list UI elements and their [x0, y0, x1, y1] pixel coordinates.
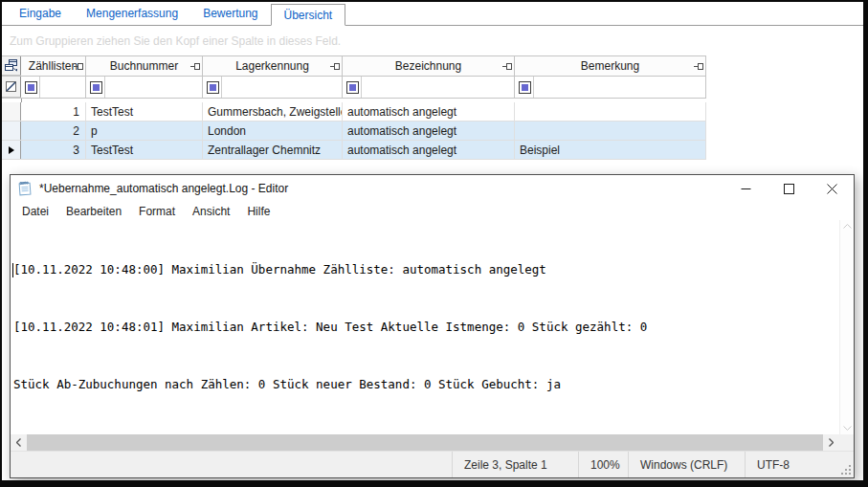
- log-line: [10.11.2022 10:48:01] Maximilian Artikel…: [13, 432, 839, 434]
- data-grid: Zähllisten Buchnummer Lagerkennung: [2, 55, 706, 160]
- filter-condition-icon: [349, 84, 356, 91]
- scroll-down-icon[interactable]: [843, 426, 852, 431]
- cell-lagerkennung: Gummersbach, Zweigstelle: [203, 102, 343, 121]
- clear-filter-icon: [5, 80, 17, 93]
- filter-box-wrap: [21, 77, 40, 98]
- scrollbar-corner: [839, 434, 854, 451]
- filter-condition-icon: [210, 84, 216, 91]
- table-row-selected[interactable]: 3 TestTest Zentrallager Chemnitz automat…: [2, 141, 706, 160]
- filter-cell-lagerkennung[interactable]: [203, 77, 343, 98]
- pin-icon[interactable]: [502, 62, 512, 71]
- filter-cell-zaehllisten[interactable]: [21, 77, 86, 98]
- column-header-bemerkung[interactable]: Bemerkung: [515, 56, 706, 76]
- filter-condition-button[interactable]: [90, 81, 102, 94]
- menu-datei[interactable]: Datei: [13, 205, 57, 218]
- filter-cell-buchnummer[interactable]: [86, 77, 203, 98]
- filter-condition-icon: [28, 84, 34, 91]
- column-header-label: Zähllisten: [29, 59, 78, 73]
- menu-bearbeiten[interactable]: Bearbeiten: [57, 205, 130, 218]
- row-indicator-cell: [2, 102, 21, 121]
- cell-bezeichnung: automatisch angelegt: [343, 141, 515, 159]
- close-icon: [827, 184, 837, 194]
- log-line: [10.11.2022 10:48:01] Maximilian Artikel…: [13, 318, 839, 337]
- group-by-button[interactable]: [2, 56, 21, 76]
- resize-grip[interactable]: [839, 463, 852, 476]
- cell-zaehllisten: 1: [21, 102, 86, 121]
- scroll-right-button[interactable]: [823, 434, 839, 451]
- cell-zaehllisten: 2: [21, 122, 86, 140]
- window-controls: [724, 175, 854, 202]
- notepad-titlebar[interactable]: *Uebernahme_automatisch angelegt.Log - E…: [11, 175, 854, 202]
- cell-lagerkennung: Zentrallager Chemnitz: [203, 141, 343, 159]
- tab-bar: Eingabe Mengenerfassung Bewertung Übersi…: [2, 2, 863, 26]
- current-row-arrow-icon: [9, 146, 14, 154]
- table-row[interactable]: 2 p London automatisch angelegt: [2, 122, 706, 141]
- group-by-hint-text: Zum Gruppieren ziehen Sie den Kopf einer…: [10, 34, 341, 48]
- cell-lagerkennung: London: [203, 122, 343, 140]
- column-header-label: Bezeichnung: [395, 59, 461, 73]
- tab-eingabe[interactable]: Eingabe: [7, 2, 74, 25]
- menu-ansicht[interactable]: Ansicht: [184, 205, 238, 218]
- cell-bezeichnung: automatisch angelegt: [343, 102, 515, 121]
- filter-box-wrap: [343, 77, 362, 98]
- menu-hilfe[interactable]: Hilfe: [238, 205, 278, 218]
- filter-condition-icon: [522, 84, 528, 91]
- column-header-bezeichnung[interactable]: Bezeichnung: [343, 56, 515, 76]
- minimize-button[interactable]: [724, 175, 768, 202]
- filter-cell-bezeichnung[interactable]: [343, 77, 515, 98]
- filter-box-wrap: [86, 77, 105, 98]
- pin-icon[interactable]: [694, 62, 703, 71]
- notepad-icon: [17, 180, 33, 196]
- text-caret: [12, 263, 13, 277]
- row-indicator-cell: [2, 141, 21, 159]
- table-row[interactable]: 1 TestTest Gummersbach, Zweigstelle auto…: [2, 102, 706, 122]
- status-encoding: UTF-8: [745, 452, 854, 477]
- cell-buchnummer: TestTest: [86, 102, 203, 121]
- log-text: [10.11.2022 10:48:00] Maximilian Übernah…: [11, 220, 839, 434]
- tab-bewertung[interactable]: Bewertung: [190, 2, 270, 25]
- close-button[interactable]: [811, 175, 854, 202]
- tab-label: Eingabe: [19, 7, 61, 20]
- notepad-statusbar: Zeile 3, Spalte 1 100% Windows (CRLF) UT…: [11, 451, 854, 477]
- filter-condition-button[interactable]: [519, 81, 531, 94]
- column-header-zaehllisten[interactable]: Zähllisten: [21, 56, 86, 76]
- column-header-label: Buchnummer: [110, 59, 178, 73]
- filter-condition-button[interactable]: [346, 81, 359, 94]
- scroll-left-button[interactable]: [11, 434, 27, 451]
- notepad-menubar: Datei Bearbeiten Format Ansicht Hilfe: [11, 202, 854, 220]
- filter-condition-button[interactable]: [25, 81, 37, 94]
- column-header-buchnummer[interactable]: Buchnummer: [86, 56, 203, 76]
- group-by-icon: [5, 59, 18, 72]
- maximize-button[interactable]: [768, 175, 811, 202]
- tab-label: Übersicht: [284, 9, 333, 22]
- filter-cell-bemerkung[interactable]: [515, 77, 706, 98]
- vertical-scrollbar[interactable]: [839, 220, 854, 434]
- pin-icon[interactable]: [330, 62, 340, 71]
- scroll-left-icon: [16, 438, 21, 447]
- cell-bemerkung: [515, 102, 706, 121]
- tab-label: Bewertung: [203, 7, 257, 20]
- screenshot-root: Eingabe Mengenerfassung Bewertung Übersi…: [0, 0, 868, 487]
- tab-label: Mengenerfassung: [86, 7, 178, 20]
- grid-gap: [2, 99, 706, 102]
- statusbar-spacer: [11, 452, 452, 477]
- filter-box-wrap: [515, 77, 534, 98]
- notepad-window: *Uebernahme_automatisch angelegt.Log - E…: [10, 174, 855, 478]
- cell-bemerkung: [515, 122, 706, 140]
- status-line-ending: Windows (CRLF): [628, 452, 745, 477]
- tab-uebersicht[interactable]: Übersicht: [271, 4, 346, 26]
- tab-mengenerfassung[interactable]: Mengenerfassung: [74, 2, 190, 25]
- menu-format[interactable]: Format: [130, 205, 184, 218]
- horizontal-scrollbar[interactable]: [11, 434, 854, 451]
- notepad-text-area[interactable]: [10.11.2022 10:48:00] Maximilian Übernah…: [11, 220, 854, 434]
- grid-header-row: Zähllisten Buchnummer Lagerkennung: [2, 55, 706, 77]
- column-header-lagerkennung[interactable]: Lagerkennung: [203, 56, 343, 76]
- pin-icon[interactable]: [190, 62, 200, 71]
- scroll-up-icon[interactable]: [843, 224, 852, 229]
- erp-app-window: Eingabe Mengenerfassung Bewertung Übersi…: [2, 2, 863, 480]
- horizontal-scroll-thumb[interactable]: [27, 434, 823, 451]
- column-header-label: Bemerkung: [581, 59, 639, 73]
- pin-icon[interactable]: [74, 62, 83, 71]
- clear-filter-button[interactable]: [2, 77, 21, 98]
- filter-condition-button[interactable]: [207, 81, 219, 94]
